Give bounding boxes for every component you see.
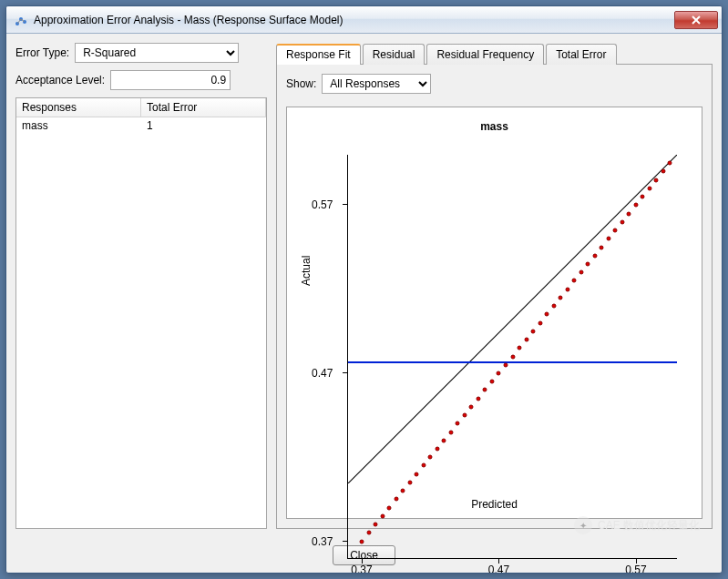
data-point	[394, 497, 398, 502]
data-point	[613, 229, 618, 233]
data-point	[469, 404, 474, 409]
tab-panel: Show: All Responses mass Actual Predicte…	[276, 64, 713, 529]
y-tick: 0.47	[312, 367, 333, 380]
acceptance-level-label: Acceptance Level:	[15, 74, 105, 86]
data-point	[483, 388, 487, 392]
cell-error: 1	[141, 117, 266, 134]
data-point	[551, 304, 556, 309]
data-point	[428, 455, 433, 460]
data-point	[579, 270, 583, 275]
table-header-responses: Responses	[16, 98, 141, 117]
right-pane: Response FitResidualResidual FrequencyTo…	[276, 43, 713, 529]
chart-title: mass	[287, 120, 702, 133]
acceptance-level-input[interactable]	[110, 70, 231, 90]
data-point	[497, 371, 501, 375]
data-point	[641, 195, 645, 199]
data-point	[559, 295, 563, 300]
responses-table: Responses Total Error mass1	[15, 97, 267, 529]
x-tick: 0.47	[488, 564, 509, 574]
data-point	[415, 472, 419, 476]
data-point	[456, 422, 460, 426]
tab-residual[interactable]: Residual	[363, 44, 426, 65]
data-point	[572, 279, 577, 283]
data-point	[360, 539, 364, 543]
data-point	[421, 463, 426, 468]
x-tick: 0.57	[625, 564, 646, 574]
data-point	[476, 396, 480, 401]
data-point	[647, 186, 651, 190]
data-point	[401, 489, 405, 493]
table-row[interactable]: mass1	[16, 117, 266, 134]
data-point	[661, 169, 665, 174]
x-tick: 0.37	[351, 564, 372, 574]
data-point	[503, 362, 508, 367]
data-point	[654, 178, 659, 182]
app-icon	[14, 13, 28, 27]
data-point	[374, 523, 378, 527]
data-point	[565, 287, 569, 291]
data-point	[586, 261, 590, 266]
error-type-label: Error Type:	[15, 46, 69, 59]
data-point	[489, 380, 494, 384]
chart-box: mass Actual Predicted 0.370.470.570.370.…	[286, 107, 702, 519]
data-point	[407, 480, 412, 484]
show-label: Show:	[286, 77, 316, 90]
data-point	[442, 438, 446, 442]
data-point	[531, 329, 536, 333]
window: Approximation Error Analysis - Mass (Res…	[5, 5, 723, 574]
data-point	[524, 338, 528, 342]
window-close-button[interactable]	[674, 11, 718, 29]
svg-line-3	[348, 155, 677, 483]
data-point	[627, 211, 631, 216]
data-point	[435, 447, 439, 452]
y-tick: 0.57	[312, 198, 333, 211]
data-point	[592, 253, 597, 258]
data-point	[518, 346, 522, 350]
cell-response: mass	[16, 117, 141, 134]
diagonal-line	[348, 155, 677, 483]
tab-response-fit[interactable]: Response Fit	[276, 44, 361, 65]
content-area: Error Type: R-Squared Acceptance Level: …	[6, 34, 722, 538]
y-tick: 0.37	[312, 535, 333, 548]
data-point	[462, 413, 467, 418]
data-point	[510, 354, 515, 359]
table-header-total-error: Total Error	[141, 98, 266, 117]
data-point	[448, 430, 453, 434]
error-type-select[interactable]: R-Squared	[75, 43, 239, 63]
plot-area: 0.370.470.570.370.470.57	[347, 155, 677, 559]
left-pane: Error Type: R-Squared Acceptance Level: …	[15, 43, 267, 529]
data-point	[606, 237, 610, 241]
data-point	[600, 245, 604, 249]
data-point	[366, 531, 371, 535]
tab-total-error[interactable]: Total Error	[546, 44, 616, 65]
mean-line	[348, 361, 677, 363]
data-point	[380, 513, 385, 518]
titlebar: Approximation Error Analysis - Mass (Res…	[6, 6, 722, 34]
data-point	[633, 203, 638, 208]
chart-ylabel: Actual	[300, 255, 313, 285]
data-point	[668, 161, 672, 166]
tab-residual-frequency[interactable]: Residual Frequency	[426, 44, 544, 65]
data-point	[538, 320, 542, 325]
show-select[interactable]: All Responses	[322, 74, 431, 94]
data-point	[545, 312, 549, 317]
data-point	[387, 505, 392, 510]
window-title: Approximation Error Analysis - Mass (Res…	[34, 14, 674, 26]
tabs: Response FitResidualResidual FrequencyTo…	[276, 43, 713, 64]
data-point	[620, 219, 624, 224]
